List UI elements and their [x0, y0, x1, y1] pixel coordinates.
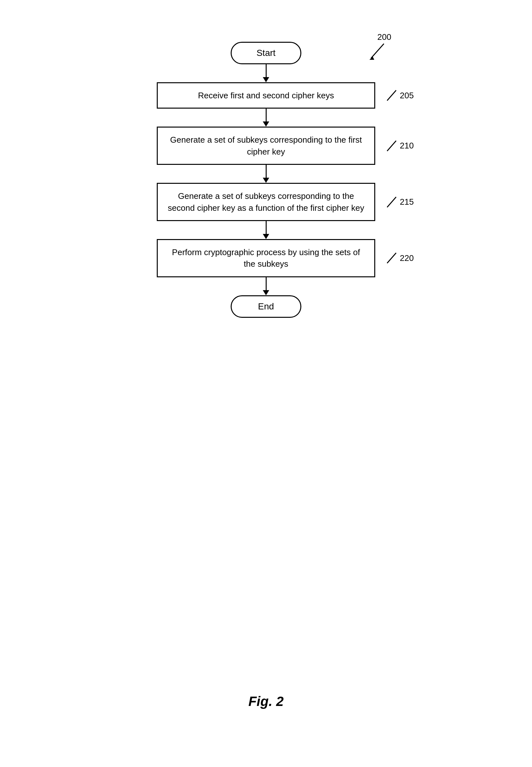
arrow-2 [263, 109, 269, 127]
start-box-row: Start [121, 42, 411, 64]
svg-line-4 [387, 197, 396, 207]
box-210-row: Generate a set of subkeys corresponding … [121, 127, 411, 165]
start-box: Start [231, 42, 301, 64]
ref-210-container: 210 [386, 140, 414, 152]
ref-220-container: 220 [386, 252, 414, 264]
figure-label: Fig. 2 [248, 694, 284, 709]
box-205-row: Receive first and second cipher keys 205 [121, 82, 411, 109]
arrow-4 [263, 221, 269, 239]
ref-215-slash [386, 196, 398, 208]
flowchart-diagram: 200 Start Receive first and second ciphe… [121, 39, 411, 318]
svg-line-3 [387, 141, 396, 151]
ref-210-slash [386, 140, 398, 152]
svg-line-2 [387, 90, 396, 101]
box-220: Perform cryptographic process by using t… [157, 239, 375, 277]
end-box-row: End [121, 295, 411, 318]
ref-215-container: 215 [386, 196, 414, 208]
ref-220-slash [386, 252, 398, 264]
ref-200: 200 [377, 32, 391, 42]
box-220-row: Perform cryptographic process by using t… [121, 239, 411, 277]
box-215-row: Generate a set of subkeys corresponding … [121, 183, 411, 221]
arrow-1 [263, 64, 269, 82]
ref-205-container: 205 [386, 90, 414, 101]
arrow-5 [263, 277, 269, 295]
box-210: Generate a set of subkeys corresponding … [157, 127, 375, 165]
svg-line-5 [387, 253, 396, 263]
box-205: Receive first and second cipher keys [157, 82, 375, 109]
arrow-3 [263, 165, 269, 183]
end-box: End [231, 295, 301, 318]
ref-205-slash [386, 90, 398, 101]
box-215: Generate a set of subkeys corresponding … [157, 183, 375, 221]
